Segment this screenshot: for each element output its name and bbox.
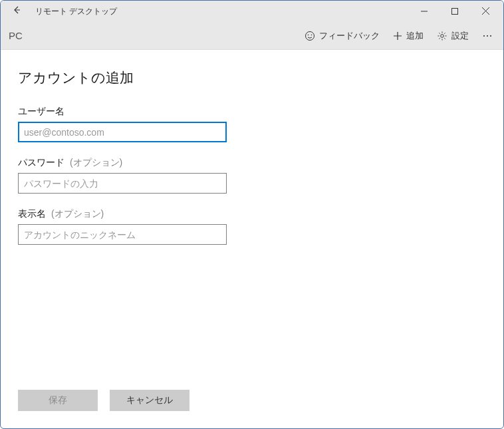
svg-line-4: [482, 7, 489, 15]
back-button[interactable]: [6, 5, 27, 17]
more-icon: [482, 31, 493, 41]
settings-label: 設定: [451, 30, 469, 42]
username-group: ユーザー名: [18, 106, 486, 142]
window-close-button[interactable]: [470, 1, 501, 22]
close-icon: [482, 5, 489, 17]
title-bar: リモート デスクトップ: [1, 1, 503, 22]
smiley-icon: [305, 31, 315, 41]
window-minimize-button[interactable]: [409, 1, 440, 22]
svg-point-11: [483, 35, 485, 36]
password-label: パスワード (オプション): [18, 157, 486, 169]
app-title: リモート デスクトップ: [35, 6, 117, 17]
page-title: アカウントの追加: [18, 69, 486, 87]
view-title: PC: [9, 30, 23, 41]
save-button[interactable]: 保存: [18, 390, 98, 411]
minimize-icon: [421, 5, 428, 17]
back-arrow-icon: [12, 5, 21, 17]
displayname-label: 表示名 (オプション): [18, 208, 486, 220]
add-label: 追加: [406, 30, 424, 42]
svg-point-13: [490, 35, 491, 36]
content-area: アカウントの追加 ユーザー名 パスワード (オプション) 表示名 (オプション): [1, 50, 503, 390]
maximize-icon: [451, 5, 458, 17]
displayname-group: 表示名 (オプション): [18, 208, 486, 245]
svg-point-7: [311, 34, 313, 35]
password-label-text: パスワード: [18, 157, 64, 168]
command-bar: PC フィードバック 追加 設定: [1, 22, 503, 50]
svg-point-5: [306, 31, 315, 40]
feedback-label: フィードバック: [319, 30, 380, 42]
svg-line-3: [482, 7, 489, 15]
more-button[interactable]: [475, 27, 499, 45]
window-maximize-button[interactable]: [440, 1, 470, 22]
svg-point-6: [308, 34, 309, 35]
add-button[interactable]: 追加: [386, 26, 430, 46]
displayname-label-text: 表示名: [18, 208, 46, 219]
feedback-button[interactable]: フィードバック: [298, 26, 386, 46]
footer: 保存 キャンセル: [1, 390, 503, 428]
plus-icon: [393, 31, 402, 41]
username-input[interactable]: [18, 122, 227, 142]
svg-point-12: [487, 35, 488, 36]
svg-rect-2: [452, 9, 458, 15]
gear-icon: [437, 31, 447, 41]
settings-button[interactable]: 設定: [430, 26, 475, 46]
displayname-input[interactable]: [18, 224, 227, 245]
username-label: ユーザー名: [18, 106, 486, 118]
cancel-button[interactable]: キャンセル: [110, 390, 189, 411]
displayname-optional-text: (オプション): [51, 208, 104, 219]
password-group: パスワード (オプション): [18, 157, 486, 194]
password-optional-text: (オプション): [70, 157, 122, 168]
password-input[interactable]: [18, 173, 227, 194]
svg-point-10: [441, 34, 444, 37]
